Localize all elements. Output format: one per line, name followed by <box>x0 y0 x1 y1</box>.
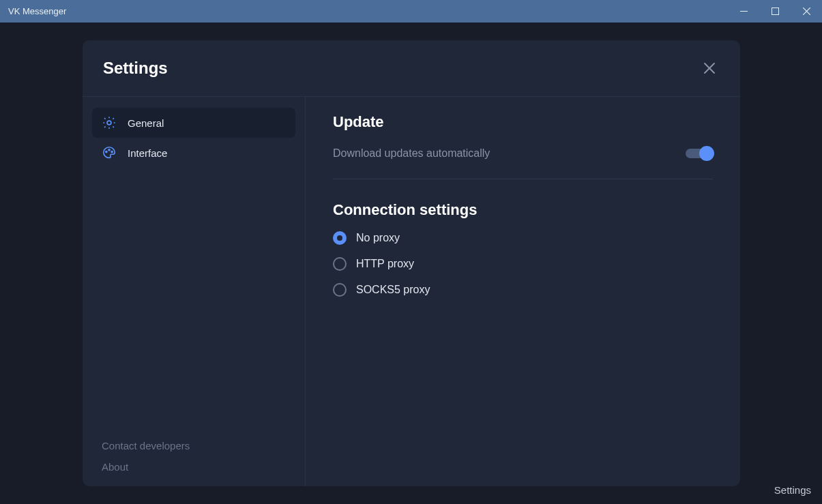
connection-section-title: Connection settings <box>333 201 713 219</box>
auto-update-label: Download updates automatically <box>333 147 490 160</box>
proxy-radio-group: No proxy HTTP proxy SOCKS5 proxy <box>333 231 713 297</box>
svg-point-2 <box>107 121 111 125</box>
radio-label: SOCKS5 proxy <box>356 284 430 296</box>
sidebar-item-interface[interactable]: Interface <box>92 138 295 168</box>
close-icon <box>703 62 716 74</box>
radio-no-proxy[interactable]: No proxy <box>333 231 713 245</box>
radio-label: No proxy <box>356 232 400 244</box>
app-backdrop: Settings General <box>0 23 822 504</box>
window-controls <box>728 0 822 23</box>
svg-point-5 <box>111 151 113 153</box>
sidebar-item-label: General <box>128 117 164 129</box>
sidebar-item-general[interactable]: General <box>92 108 295 138</box>
gear-icon <box>102 115 117 130</box>
radio-socks5-proxy[interactable]: SOCKS5 proxy <box>333 283 713 297</box>
palette-icon <box>102 145 117 160</box>
settings-sidebar: General Interface <box>83 97 306 486</box>
window-title: VK Messenger <box>8 6 66 16</box>
toggle-knob <box>699 146 714 161</box>
update-section-title: Update <box>333 113 713 131</box>
svg-point-4 <box>108 149 110 151</box>
maximize-button[interactable] <box>759 0 791 23</box>
svg-point-3 <box>106 151 107 153</box>
settings-modal: Settings General <box>83 40 740 486</box>
auto-update-toggle[interactable] <box>686 149 713 158</box>
sidebar-footer: Contact developers About <box>92 440 295 473</box>
svg-rect-1 <box>772 8 778 15</box>
contact-developers-link[interactable]: Contact developers <box>102 440 295 451</box>
about-link[interactable]: About <box>102 461 295 473</box>
sidebar-item-label: Interface <box>128 147 167 159</box>
radio-circle-icon <box>333 231 347 245</box>
maximize-icon <box>772 8 779 15</box>
modal-header: Settings <box>83 40 740 96</box>
radio-circle-icon <box>333 283 347 297</box>
modal-body: General Interface <box>83 96 740 486</box>
radio-circle-icon <box>333 257 347 271</box>
modal-title: Settings <box>103 59 168 78</box>
modal-close-button[interactable] <box>699 58 720 78</box>
settings-content: Update Download updates automatically Co… <box>306 97 740 486</box>
svg-rect-0 <box>740 11 748 12</box>
minimize-button[interactable] <box>728 0 759 23</box>
minimize-icon <box>740 11 748 12</box>
status-bar-label: Settings <box>774 484 811 496</box>
auto-update-row: Download updates automatically <box>333 143 713 179</box>
close-window-button[interactable] <box>791 0 822 23</box>
sidebar-nav: General Interface <box>92 108 295 440</box>
titlebar: VK Messenger <box>0 0 822 23</box>
radio-http-proxy[interactable]: HTTP proxy <box>333 257 713 271</box>
radio-label: HTTP proxy <box>356 258 414 270</box>
close-icon <box>803 8 810 15</box>
